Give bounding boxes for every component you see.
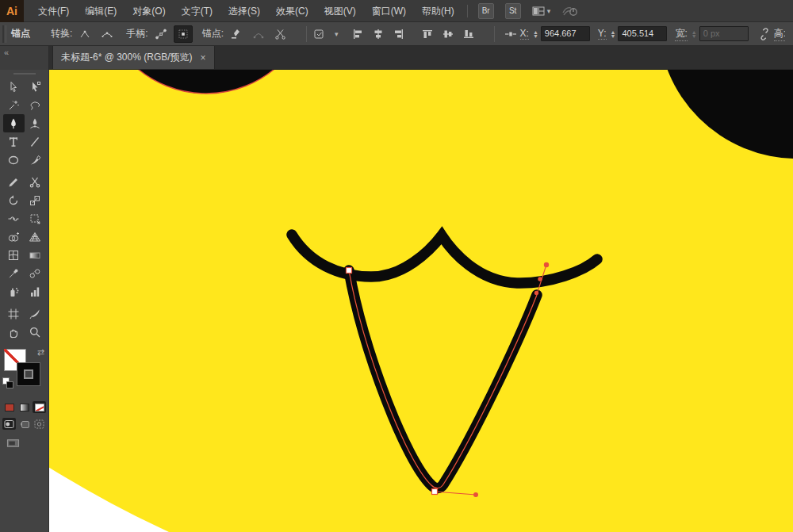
direct-selection-tool[interactable] xyxy=(25,78,46,96)
ellipse-tool[interactable] xyxy=(3,151,25,169)
gradient-chip xyxy=(20,404,29,411)
anchor-point[interactable] xyxy=(534,291,538,295)
draw-normal-button[interactable] xyxy=(2,418,16,430)
remove-anchor-button[interactable] xyxy=(227,25,246,43)
pen-tool[interactable] xyxy=(3,114,25,132)
width-input: 0 px xyxy=(699,26,749,41)
artboard-tool[interactable] xyxy=(3,304,25,323)
panel-grip[interactable] xyxy=(2,25,6,43)
divider xyxy=(306,26,307,42)
menu-bar: Ai 文件(F) 编辑(E) 对象(O) 文字(T) 选择(S) 效果(C) 视… xyxy=(0,0,793,22)
control-bar: 锚点 转换: 手柄: 锚点: xyxy=(0,22,793,46)
curvature-tool[interactable] xyxy=(25,114,46,132)
anchor-point-selected[interactable] xyxy=(432,489,438,495)
scale-tool[interactable] xyxy=(25,191,46,209)
x-input[interactable]: 964.667 xyxy=(541,26,590,41)
chevron-down-icon: ▾ xyxy=(335,30,339,38)
app-logo[interactable]: Ai xyxy=(0,0,24,22)
anchor-point[interactable] xyxy=(538,277,542,281)
selection-tool[interactable] xyxy=(3,78,25,96)
align-to-dropdown[interactable]: ▾ xyxy=(313,28,339,40)
align-bottom-button[interactable] xyxy=(459,25,478,43)
show-handles-button[interactable] xyxy=(151,25,170,43)
eyedropper-tool[interactable] xyxy=(3,264,25,282)
menu-select[interactable]: 选择(S) xyxy=(220,0,268,22)
menu-help[interactable]: 帮助(H) xyxy=(414,0,462,22)
slice-tool[interactable] xyxy=(25,304,46,323)
panel-drag-grip[interactable] xyxy=(13,73,36,75)
gradient-button[interactable] xyxy=(17,401,31,413)
share-screen-button[interactable] xyxy=(561,5,579,17)
magic-wand-tool[interactable] xyxy=(3,96,25,114)
menu-file[interactable]: 文件(F) xyxy=(30,0,77,22)
align-h-center-button[interactable] xyxy=(369,25,388,43)
line-segment-tool[interactable] xyxy=(25,132,46,151)
x-stepper[interactable]: ▲▼ xyxy=(533,30,538,38)
artwork xyxy=(49,70,793,532)
toolbar-collapse-button[interactable]: « xyxy=(0,46,49,70)
swap-fill-stroke-icon[interactable]: ⇄ xyxy=(37,347,44,358)
pencil-tool[interactable] xyxy=(3,173,25,191)
align-top-button[interactable] xyxy=(418,25,437,43)
menu-edit[interactable]: 编辑(E) xyxy=(77,0,125,22)
none-chip xyxy=(35,404,44,411)
width-label: 宽: xyxy=(675,27,687,41)
perspective-grid-tool[interactable] xyxy=(25,228,46,246)
symbol-sprayer-tool[interactable] xyxy=(3,282,25,300)
menu-window[interactable]: 窗口(W) xyxy=(364,0,414,22)
gradient-tool[interactable] xyxy=(25,246,46,264)
align-right-button[interactable] xyxy=(389,25,408,43)
document-tab[interactable]: 未标题-6* @ 300% (RGB/预览) × xyxy=(52,46,215,69)
draw-behind-button[interactable] xyxy=(17,418,31,430)
tool-panel: ⇄ xyxy=(0,70,49,532)
screen-mode-button[interactable] xyxy=(6,437,20,449)
connect-endpoints-button[interactable] xyxy=(249,25,268,43)
none-button[interactable] xyxy=(33,401,46,413)
draw-inside-button[interactable] xyxy=(33,418,46,430)
handle-endpoint[interactable] xyxy=(473,492,478,497)
convert-to-corner-button[interactable] xyxy=(75,25,94,43)
y-stepper[interactable]: ▲▼ xyxy=(611,30,616,38)
color-button[interactable] xyxy=(2,401,16,413)
lasso-tool[interactable] xyxy=(25,96,46,114)
workspace-layout-icon xyxy=(532,6,545,17)
chevron-down-icon: ▾ xyxy=(547,7,551,15)
stroke-hole xyxy=(24,369,33,379)
default-fill-stroke-icon[interactable] xyxy=(2,377,13,388)
distribute-center-button[interactable] xyxy=(501,25,520,43)
unlink-dimensions-button[interactable] xyxy=(755,25,774,43)
canvas-viewport[interactable] xyxy=(49,70,793,532)
cut-path-button[interactable] xyxy=(271,25,290,43)
hand-tool[interactable] xyxy=(3,323,25,341)
mesh-tool[interactable] xyxy=(3,246,25,264)
shape-builder-tool[interactable] xyxy=(3,228,25,246)
menu-object[interactable]: 对象(O) xyxy=(125,0,173,22)
convert-to-smooth-button[interactable] xyxy=(98,25,117,43)
align-v-center-button[interactable] xyxy=(439,25,458,43)
width-tool[interactable] xyxy=(3,209,25,228)
y-input[interactable]: 405.514 xyxy=(618,26,667,41)
column-graph-tool[interactable] xyxy=(25,282,46,300)
stroke-swatch-black[interactable] xyxy=(17,362,40,386)
scissors-tool[interactable] xyxy=(25,173,46,191)
hide-handles-button[interactable] xyxy=(174,25,193,43)
menu-type[interactable]: 文字(T) xyxy=(174,0,220,22)
y-label[interactable]: Y: xyxy=(598,28,607,40)
anchor-point-selected[interactable] xyxy=(347,268,352,274)
zoom-tool[interactable] xyxy=(25,323,46,341)
menu-view[interactable]: 视图(V) xyxy=(316,0,364,22)
menu-effect[interactable]: 效果(C) xyxy=(268,0,316,22)
align-left-button[interactable] xyxy=(348,25,367,43)
workspace-switcher[interactable]: ▾ xyxy=(532,6,551,17)
rotate-tool[interactable] xyxy=(3,191,25,209)
type-tool[interactable] xyxy=(3,132,25,151)
handle-endpoint[interactable] xyxy=(544,262,549,267)
stock-button[interactable]: St xyxy=(505,3,521,19)
free-transform-tool[interactable] xyxy=(25,209,46,228)
bridge-button[interactable]: Br xyxy=(478,3,494,19)
blend-tool[interactable] xyxy=(25,264,46,282)
x-label[interactable]: X: xyxy=(520,28,529,40)
divider xyxy=(494,26,495,42)
paintbrush-tool[interactable] xyxy=(25,151,46,169)
tab-close-icon[interactable]: × xyxy=(201,52,206,63)
